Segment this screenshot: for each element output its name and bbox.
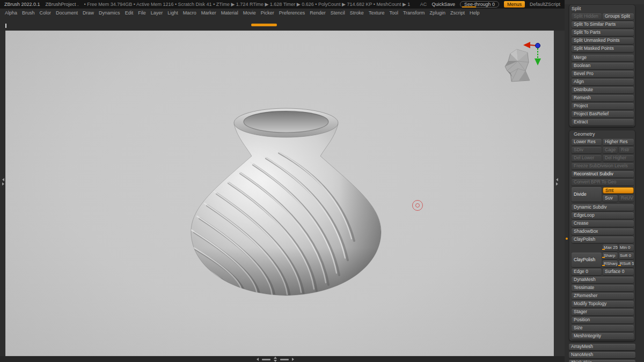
claypolish-subpalette[interactable]: ClayPolish: [572, 237, 634, 243]
merge-subpalette[interactable]: Merge: [572, 55, 634, 61]
zremesher-subpalette[interactable]: ZRemesher: [572, 293, 634, 299]
menu-item-tool[interactable]: Tool: [389, 10, 398, 16]
viewport-canvas[interactable]: [5, 31, 554, 356]
left-tray-handle[interactable]: [1, 178, 5, 187]
shadowbox-subpalette[interactable]: ShadowBox: [572, 228, 634, 235]
menu-item-zplugin[interactable]: Zplugin: [430, 10, 446, 16]
nanomesh-subpalette[interactable]: NanoMesh: [569, 352, 635, 358]
menu-item-document[interactable]: Document: [56, 10, 78, 16]
split-hidden-button[interactable]: Split Hidden: [572, 13, 602, 20]
claypolish-max-slider[interactable]: Max 25: [603, 245, 618, 251]
crease-subpalette[interactable]: Crease: [572, 220, 634, 227]
freeze-subdivision-levels-button[interactable]: Freeze SubDivision Levels: [572, 163, 634, 169]
menu-item-draw[interactable]: Draw: [83, 10, 94, 16]
size-subpalette[interactable]: Size: [572, 325, 634, 331]
claypolish-button[interactable]: ClayPolish: [572, 253, 602, 267]
geometry-section: Geometry Lower Res Higher Res SDiv Cage …: [569, 130, 635, 341]
tessimate-subpalette[interactable]: Tessimate: [572, 285, 634, 291]
convert-bpr-to-geo-button[interactable]: Convert BPR To Geo: [572, 179, 634, 186]
reconstruct-subdiv-button[interactable]: Reconstruct Subdiv: [572, 171, 634, 178]
meshintegrity-subpalette[interactable]: MeshIntegrity: [572, 333, 634, 339]
divide-button[interactable]: Divide: [572, 187, 602, 202]
suv-toggle[interactable]: Suv: [603, 195, 618, 202]
rstr-button[interactable]: Rstr: [619, 147, 634, 153]
app-title: ZBrush 2022.0.1: [4, 2, 40, 7]
claypolish-soft-slider[interactable]: Soft 0: [619, 253, 634, 259]
stager-subpalette[interactable]: Stager: [572, 309, 634, 315]
thick-skin-subpalette[interactable]: Thick Skin: [569, 360, 635, 362]
align-subpalette[interactable]: Align: [572, 79, 634, 85]
edgeloop-subpalette[interactable]: EdgeLoop: [572, 212, 634, 219]
claypolish-sharp-slider[interactable]: Sharp: [603, 253, 618, 259]
dynamic-subdiv-subpalette[interactable]: Dynamic Subdiv: [572, 204, 634, 211]
bevel-pro-subpalette[interactable]: Bevel Pro: [572, 71, 634, 77]
split-unmasked-points-button[interactable]: Split Unmasked Points: [572, 38, 634, 44]
canvas-scroll-controls[interactable]: [257, 357, 294, 361]
del-higher-button[interactable]: Del Higher: [603, 155, 634, 161]
position-subpalette[interactable]: Position: [572, 317, 634, 323]
scroll-up-icon[interactable]: [274, 357, 277, 359]
menu-item-material[interactable]: Material: [221, 10, 238, 16]
vase-model[interactable]: [187, 106, 385, 301]
menu-item-picker[interactable]: Picker: [261, 10, 274, 16]
active-document-tab-indicator[interactable]: [251, 24, 277, 26]
lower-res-button[interactable]: Lower Res: [572, 139, 602, 145]
dynamesh-subpalette[interactable]: DynaMesh: [572, 277, 634, 283]
menu-item-stencil[interactable]: Stencil: [331, 10, 345, 16]
split-masked-points-button[interactable]: Split Masked Points: [572, 46, 634, 52]
menu-item-color[interactable]: Color: [40, 10, 52, 16]
right-tray-handle[interactable]: [555, 178, 559, 187]
modify-topology-subpalette[interactable]: Modify Topology: [572, 301, 634, 307]
claypolish-edge-slider[interactable]: Edge 0: [572, 269, 602, 275]
scroll-left-icon[interactable]: [257, 358, 259, 361]
default-zscript-button[interactable]: DefaultZScript: [530, 2, 560, 7]
arraymesh-subpalette[interactable]: ArrayMesh: [569, 344, 635, 350]
groups-split-button[interactable]: Groups Split: [603, 13, 634, 20]
left-tray: [0, 31, 5, 356]
higher-res-button[interactable]: Higher Res: [603, 139, 634, 145]
claypolish-rsharp-slider[interactable]: RSharp: [603, 261, 618, 267]
menu-item-movie[interactable]: Movie: [243, 10, 256, 16]
smt-toggle[interactable]: Smt: [603, 187, 634, 194]
claypolish-surface-slider[interactable]: Surface 0: [603, 269, 634, 275]
split-to-parts-button[interactable]: Split To Parts: [572, 29, 634, 36]
menu-item-marker[interactable]: Marker: [201, 10, 216, 16]
project-subpalette[interactable]: Project: [572, 103, 634, 109]
chevron-left-icon: [556, 178, 558, 181]
menu-item-brush[interactable]: Brush: [22, 10, 35, 16]
cage-button[interactable]: Cage: [603, 147, 618, 153]
see-through-slider[interactable]: See-through 0: [460, 1, 499, 8]
menu-item-stroke[interactable]: Stroke: [350, 10, 364, 16]
menu-item-edit[interactable]: Edit: [125, 10, 134, 16]
menu-item-alpha[interactable]: Alpha: [5, 10, 17, 16]
menu-item-light[interactable]: Light: [167, 10, 178, 16]
menu-item-file[interactable]: File: [138, 10, 146, 16]
split-to-similar-parts-button[interactable]: Split To Similar Parts: [572, 21, 634, 28]
menu-item-texture[interactable]: Texture: [369, 10, 385, 16]
menu-item-render[interactable]: Render: [310, 10, 326, 16]
sdiv-slider[interactable]: SDiv: [572, 147, 602, 153]
menu-item-macro[interactable]: Macro: [183, 10, 196, 16]
del-lower-button[interactable]: Del Lower: [572, 155, 602, 161]
scrollbar-horizontal[interactable]: [262, 359, 270, 360]
quicksave-button[interactable]: QuickSave: [431, 2, 455, 7]
distribute-subpalette[interactable]: Distribute: [572, 87, 634, 93]
menus-button[interactable]: Menus: [504, 1, 525, 8]
remesh-subpalette[interactable]: Remesh: [572, 95, 634, 101]
menu-item-layer[interactable]: Layer: [151, 10, 163, 16]
menu-item-preferences[interactable]: Preferences: [279, 10, 305, 16]
reuv-button[interactable]: ReUV: [619, 195, 634, 202]
boolean-subpalette[interactable]: Boolean: [572, 63, 634, 69]
claypolish-min-slider[interactable]: Min 0: [619, 245, 634, 251]
menu-item-dynamics[interactable]: Dynamics: [99, 10, 120, 16]
scroll-down-icon[interactable]: [274, 360, 277, 362]
scroll-right-icon[interactable]: [292, 358, 294, 361]
scrollbar-horizontal[interactable]: [280, 359, 289, 360]
menu-item-transform[interactable]: Transform: [403, 10, 425, 16]
extract-subpalette[interactable]: Extract: [572, 119, 634, 125]
project-basrelief-subpalette[interactable]: Project BasRelief: [572, 111, 634, 117]
menu-item-help[interactable]: Help: [470, 10, 480, 16]
menu-item-zscript[interactable]: Zscript: [450, 10, 465, 16]
chevron-right-icon: [556, 182, 558, 186]
claypolish-rsoft-slider[interactable]: RSoft 5: [619, 261, 634, 267]
